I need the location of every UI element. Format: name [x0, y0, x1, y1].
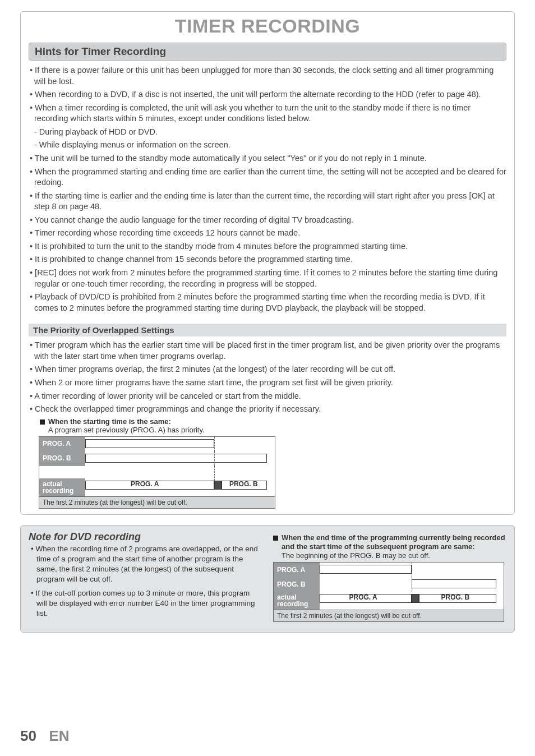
legend-end-start-same: When the end time of the programming cur… — [273, 533, 506, 560]
row-label-prog-b: PROG. B — [39, 451, 85, 466]
hint-item: • When the programmed starting and endin… — [29, 167, 506, 188]
page-footer: 50 EN — [20, 727, 70, 745]
priority-body: • Timer program which has the earlier st… — [29, 340, 506, 414]
hint-item: • You cannot change the audio language f… — [29, 215, 506, 226]
bar-label-prog-a: PROG. A — [131, 480, 159, 488]
hint-subitem: - While displaying menus or information … — [29, 140, 506, 151]
section-hints-bar: Hints for Timer Recording — [29, 43, 506, 61]
hint-subitem: - During playback of HDD or DVD. — [29, 127, 506, 138]
hint-item: • When a timer recording is completed, t… — [29, 103, 506, 125]
legend-title: When the starting time is the same: — [48, 417, 205, 426]
priority-item: • Timer program which has the earlier st… — [29, 340, 506, 362]
note-bullet: • If the cut-off portion comes up to 3 m… — [29, 588, 262, 619]
hint-item: • It is prohibited to turn the unit to t… — [29, 241, 506, 252]
hint-item: • The unit will be turned to the standby… — [29, 153, 506, 164]
hint-item: • It is prohibited to change channel fro… — [29, 254, 506, 265]
priority-item: • A timer recording of lower priority wi… — [29, 391, 506, 402]
note-dvd-recording: Note for DVD recording • When the record… — [20, 525, 515, 633]
timing-caption: The first 2 minutes (at the longest) wil… — [39, 496, 275, 508]
bullet-square-icon — [40, 420, 45, 425]
page-number: 50 — [20, 727, 36, 744]
timing-caption: The first 2 minutes (at the longest) wil… — [274, 610, 504, 621]
legend-subtitle: A program set previously (PROG. A) has p… — [48, 426, 205, 434]
page-lang: EN — [49, 727, 69, 744]
hint-item: • If there is a power failure or this un… — [29, 65, 506, 87]
hint-item: • [REC] does not work from 2 minutes bef… — [29, 268, 506, 289]
priority-item: • When 2 or more timer programs have the… — [29, 377, 506, 389]
row-label-prog-a: PROG. A — [274, 563, 320, 577]
priority-item: • Check the overlapped timer programming… — [29, 404, 506, 415]
legend-title: When the end time of the programming cur… — [282, 533, 506, 552]
row-label-prog-b: PROG. B — [274, 577, 320, 592]
hint-item: • Playback of DVD/CD is prohibited from … — [29, 292, 506, 314]
bar-label-prog-b: PROG. B — [441, 593, 469, 601]
note-title: Note for DVD recording — [29, 531, 262, 543]
row-label-actual: actual recording — [39, 478, 85, 496]
hint-item: • If the starting time is earlier and th… — [29, 191, 506, 213]
hint-item: • When recording to a DVD, if a disc is … — [29, 89, 506, 100]
hint-item: • Timer recording whose recording time e… — [29, 228, 506, 239]
legend-subtitle: The beginning of the PROG. B may be cut … — [282, 551, 506, 560]
bar-label-prog-b: PROG. B — [229, 480, 258, 488]
bar-label-prog-a: PROG. A — [349, 593, 377, 601]
note-bullet: • When the recording time of 2 programs … — [29, 544, 262, 585]
priority-item: • When timer programs overlap, the first… — [29, 364, 506, 375]
legend-same-start: When the starting time is the same: A pr… — [40, 417, 506, 434]
timing-diagram-same-start: PROG. A PROG. B actual r — [39, 436, 275, 509]
row-label-actual: actual recording — [274, 592, 320, 610]
timing-diagram-end-start: PROG. A PROG. B actual recording — [273, 562, 504, 622]
row-label-prog-a: PROG. A — [39, 437, 85, 451]
page-title: TIMER RECORDING — [29, 15, 506, 37]
subsection-priority-bar: The Priority of Overlapped Settings — [29, 324, 506, 336]
bullet-square-icon — [273, 536, 278, 541]
hints-body: • If there is a power failure or this un… — [29, 65, 506, 314]
